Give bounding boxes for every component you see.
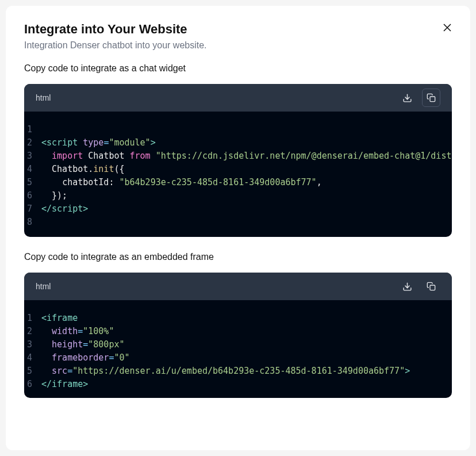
line-number: 2: [24, 136, 41, 150]
code-line: 4 frameborder="0": [24, 351, 452, 365]
line-number: 1: [24, 123, 41, 136]
download-icon: [402, 282, 412, 292]
copy-button[interactable]: [422, 89, 440, 107]
section-label-widget: Copy code to integrate as a chat widget: [24, 63, 452, 74]
line-number: 6: [24, 189, 41, 202]
code-line: 1<iframe: [24, 312, 452, 325]
code-actions: [398, 277, 440, 296]
download-icon: [402, 93, 412, 103]
code-line: 3 height="800px": [24, 338, 452, 351]
line-number: 5: [24, 176, 41, 189]
code-line: 7</script>: [24, 202, 452, 216]
section-label-frame: Copy code to integrate as an embedded fr…: [24, 252, 452, 262]
copy-button[interactable]: [422, 277, 440, 296]
code-line: 2 width="100%": [24, 325, 452, 338]
line-number: 3: [24, 150, 41, 163]
line-number: 6: [24, 378, 41, 391]
line-number: 4: [24, 351, 41, 365]
line-number: 1: [24, 312, 41, 325]
code-block-frame: html 1<iframe 2 width="100%" 3 height="8…: [24, 273, 452, 398]
close-icon: [443, 23, 452, 32]
line-number: 2: [24, 325, 41, 338]
line-number: 7: [24, 202, 41, 216]
code-line: 5 chatbotId: "b64b293e-c235-485d-8161-34…: [24, 176, 452, 189]
line-number: 5: [24, 365, 41, 378]
download-button[interactable]: [398, 89, 416, 107]
modal-title: Integrate into Your Website: [24, 22, 452, 37]
close-button[interactable]: [440, 21, 454, 35]
code-body[interactable]: 1 2<script type="module"> 3 import Chatb…: [24, 112, 452, 237]
code-line: 2<script type="module">: [24, 136, 452, 150]
copy-icon: [427, 282, 436, 291]
download-button[interactable]: [398, 277, 416, 296]
line-number: 8: [24, 216, 41, 229]
svg-rect-1: [430, 97, 435, 102]
code-line: 6</iframe>: [24, 378, 452, 391]
modal-subtitle: Integration Denser chatbot into your web…: [24, 40, 452, 51]
code-line: 3 import Chatbot from "https://cdn.jsdel…: [24, 150, 452, 163]
code-line: 1: [24, 123, 452, 136]
code-header: html: [24, 84, 452, 112]
language-label: html: [36, 282, 51, 291]
code-line: 6 });: [24, 189, 452, 202]
copy-icon: [427, 93, 436, 102]
line-number: 3: [24, 338, 41, 351]
code-line: 8: [24, 216, 452, 229]
code-line: 5 src="https://denser.ai/u/embed/b64b293…: [24, 365, 452, 378]
code-actions: [398, 89, 440, 107]
code-block-widget: html 1 2<script type="module"> 3 import …: [24, 84, 452, 237]
svg-rect-3: [430, 285, 435, 290]
integrate-modal: Integrate into Your Website Integration …: [6, 6, 470, 450]
line-number: 4: [24, 163, 41, 176]
code-body[interactable]: 1<iframe 2 width="100%" 3 height="800px"…: [24, 300, 452, 398]
code-header: html: [24, 273, 452, 300]
language-label: html: [36, 93, 51, 102]
code-line: 4 Chatbot.init({: [24, 163, 452, 176]
